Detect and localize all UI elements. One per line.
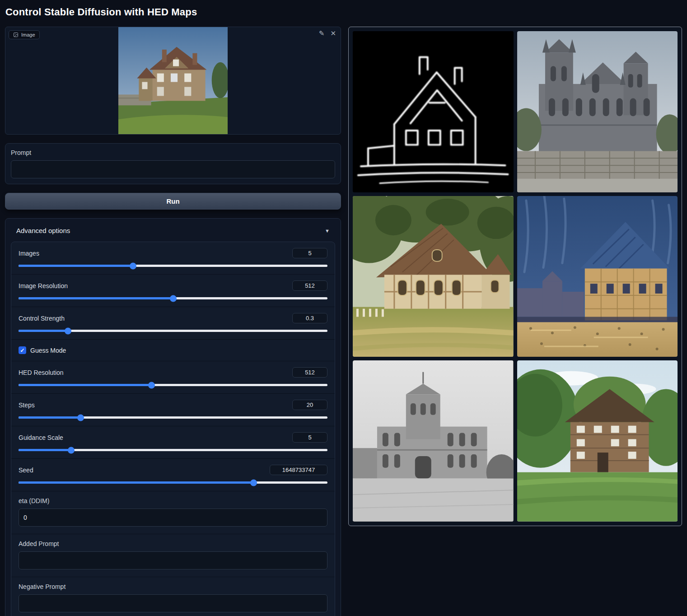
painterly-house-image bbox=[517, 196, 678, 357]
accordion-title: Advanced options bbox=[16, 227, 70, 234]
hed-resolution-slider-thumb[interactable] bbox=[148, 382, 155, 388]
control-strength-slider-thumb[interactable] bbox=[65, 327, 71, 334]
edit-image-button[interactable]: ✎ bbox=[319, 30, 325, 37]
lawn-house-image bbox=[517, 360, 678, 522]
guess-mode-checkbox[interactable]: ✓ bbox=[19, 346, 26, 354]
guidance-scale-slider[interactable] bbox=[19, 449, 327, 451]
seed-slider-thumb[interactable] bbox=[250, 479, 257, 486]
added-prompt-label: Added Prompt bbox=[19, 540, 327, 547]
prompt-input[interactable] bbox=[11, 160, 335, 178]
slider-row-image-resolution: Image Resolution 512 bbox=[11, 274, 335, 307]
slider-row-images: Images 5 bbox=[11, 242, 335, 274]
slider-row-hed-resolution: HED Resolution 512 bbox=[11, 361, 335, 393]
image-icon bbox=[13, 32, 19, 37]
gallery-item-painterly-house[interactable] bbox=[517, 196, 678, 357]
left-column: Image ✎ ✕ bbox=[5, 27, 341, 616]
images-slider[interactable] bbox=[19, 265, 327, 267]
steps-label: Steps bbox=[19, 401, 35, 409]
image-resolution-label: Image Resolution bbox=[19, 282, 68, 289]
image-label: Image bbox=[21, 32, 35, 37]
gallery-item-hed-map[interactable] bbox=[353, 31, 514, 192]
gallery-item-cathedral[interactable] bbox=[517, 31, 678, 192]
seed-slider[interactable] bbox=[19, 481, 327, 484]
guidance-scale-label: Guidance Scale bbox=[19, 434, 63, 441]
images-slider-thumb[interactable] bbox=[130, 262, 136, 269]
guidance-scale-slider-thumb[interactable] bbox=[68, 447, 75, 453]
guess-mode-label: Guess Mode bbox=[30, 347, 66, 354]
negative-prompt-row: Negative Prompt bbox=[11, 577, 335, 616]
hed-resolution-slider[interactable] bbox=[19, 384, 327, 386]
slider-row-control-strength: Control Strength 0.3 bbox=[11, 307, 335, 339]
negative-prompt-input[interactable] bbox=[19, 594, 327, 612]
advanced-options-accordion: Advanced options ▼ Images 5 bbox=[5, 218, 341, 616]
steps-value[interactable]: 20 bbox=[292, 400, 327, 410]
chevron-down-icon: ▼ bbox=[325, 228, 330, 233]
slider-row-guidance-scale: Guidance Scale 5 bbox=[11, 426, 335, 458]
guidance-scale-value[interactable]: 5 bbox=[292, 432, 327, 443]
cathedral-image bbox=[517, 31, 678, 192]
eta-label: eta (DDIM) bbox=[19, 497, 327, 504]
slider-row-seed: Seed 1648733747 bbox=[11, 458, 335, 491]
prompt-panel: Prompt bbox=[5, 143, 341, 184]
prompt-label: Prompt bbox=[11, 149, 335, 156]
eta-input[interactable] bbox=[19, 509, 327, 527]
gallery-item-warm-house[interactable] bbox=[353, 196, 514, 357]
uploaded-house-photo bbox=[118, 27, 228, 134]
added-prompt-row: Added Prompt bbox=[11, 534, 335, 577]
gallery-item-grayscale-building[interactable] bbox=[353, 360, 514, 522]
steps-slider[interactable] bbox=[19, 416, 327, 419]
control-strength-label: Control Strength bbox=[19, 315, 65, 322]
grayscale-building-image bbox=[353, 360, 514, 522]
steps-slider-thumb[interactable] bbox=[77, 414, 84, 421]
images-value[interactable]: 5 bbox=[292, 248, 327, 258]
gallery-grid bbox=[353, 31, 678, 522]
hed-resolution-label: HED Resolution bbox=[19, 369, 64, 376]
seed-value[interactable]: 1648733747 bbox=[270, 465, 327, 475]
output-gallery bbox=[348, 27, 682, 526]
image-resolution-value[interactable]: 512 bbox=[292, 280, 327, 291]
images-label: Images bbox=[19, 250, 39, 257]
right-column bbox=[348, 27, 682, 526]
image-resolution-slider[interactable] bbox=[19, 297, 327, 299]
page-title: Control Stable Diffusion with HED Maps bbox=[5, 6, 682, 18]
image-tools: ✎ ✕ bbox=[319, 30, 336, 37]
hed-resolution-value[interactable]: 512 bbox=[292, 367, 327, 378]
run-button[interactable]: Run bbox=[5, 193, 341, 210]
control-strength-value[interactable]: 0.3 bbox=[292, 313, 327, 323]
app: Control Stable Diffusion with HED Maps I… bbox=[0, 0, 687, 616]
added-prompt-input[interactable] bbox=[19, 551, 327, 569]
hed-map-image bbox=[353, 31, 514, 192]
accordion-header[interactable]: Advanced options ▼ bbox=[11, 225, 335, 242]
guess-mode-checkbox-row[interactable]: ✓ Guess Mode bbox=[11, 339, 335, 361]
negative-prompt-label: Negative Prompt bbox=[19, 583, 327, 590]
eta-row: eta (DDIM) bbox=[11, 491, 335, 534]
image-label-badge: Image bbox=[9, 30, 40, 39]
clear-image-button[interactable]: ✕ bbox=[330, 30, 336, 37]
gallery-item-lawn-house[interactable] bbox=[517, 360, 678, 522]
advanced-form: Images 5 Image Resolution 512 bbox=[11, 242, 335, 616]
seed-label: Seed bbox=[19, 467, 33, 474]
slider-row-steps: Steps 20 bbox=[11, 393, 335, 426]
image-upload-panel[interactable]: Image ✎ ✕ bbox=[5, 27, 341, 135]
warm-house-image bbox=[353, 196, 514, 357]
image-resolution-slider-thumb[interactable] bbox=[170, 295, 177, 302]
control-strength-slider[interactable] bbox=[19, 330, 327, 332]
